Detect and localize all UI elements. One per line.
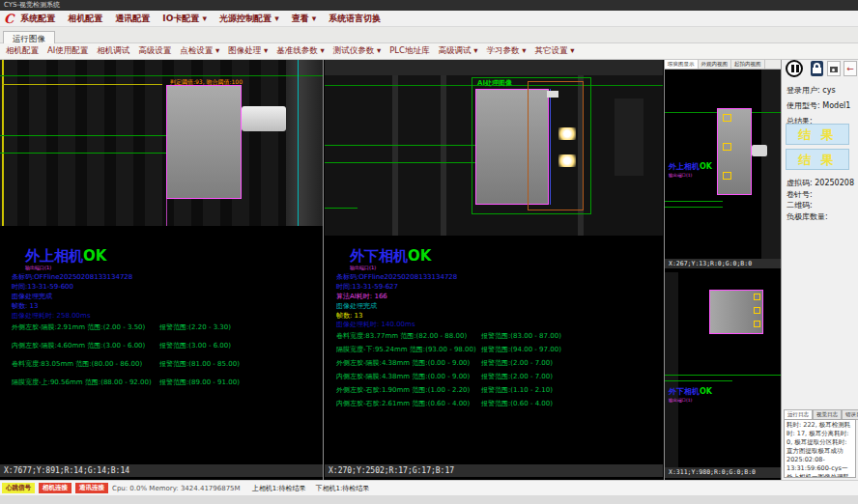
alarm-range-text: 报警范围:(2.00 - 7.00) — [481, 372, 553, 381]
menu-item[interactable]: 光源控制配置 ▾ — [219, 13, 279, 25]
preview-tab[interactable]: 瑕疵图显示 — [665, 60, 699, 69]
menu-items: 系统配置相机配置通讯配置IO卡配置 ▾光源控制配置 ▾查看 ▾系统语言切换 — [20, 13, 393, 25]
measurement-row: 卷料宽度:83.05mm 范围:(80.00 - 86.00) 报警范围:(81… — [0, 359, 323, 378]
toolbar-item[interactable]: 图像处理 ▾ — [228, 45, 268, 57]
login-user-row: 登录用户: cys — [786, 85, 836, 96]
measurement-text: 隔膜宽度-上:90.56mm 范围:(88.00 - 92.00) — [12, 378, 152, 387]
log-output[interactable]: 耗时: 222, 极耳检测耗时: 17, 极耳分离耗时: 0, 极耳提取分区耗时… — [784, 419, 856, 478]
result-display-upper: 结 果 — [786, 124, 849, 145]
toolbar-item[interactable]: PLC地址库 — [389, 45, 429, 57]
preview-tab[interactable]: 外观内视图 — [699, 60, 732, 69]
gripper-arm — [242, 106, 286, 131]
virtual-code-value: 20250208 — [815, 179, 854, 187]
toolbar-item[interactable]: 学习参数 ▾ — [486, 45, 526, 57]
green-measure-line — [665, 201, 723, 202]
toolbar-item[interactable]: 相机调试 — [97, 45, 129, 57]
view-tab-row: 运行图像 — [0, 27, 858, 43]
ai-time-line: 算法AI耗时: 166 — [336, 292, 387, 301]
camera-button[interactable] — [827, 61, 841, 76]
toolbar-item[interactable]: 基准线参数 ▾ — [276, 45, 324, 57]
menu-item[interactable]: 相机配置 — [68, 13, 102, 25]
camera-image-upper[interactable]: 判定阈值:93, 吻合阈值:100 — [0, 60, 323, 226]
defect-region-box — [528, 81, 584, 210]
camera-image-lower[interactable]: AI处理图像 — [325, 60, 663, 236]
output-port-line: 输出端口(1) — [669, 173, 692, 178]
time-line: 时间:13-31-59-600 — [12, 282, 73, 292]
app-logo-icon: C — [4, 12, 14, 26]
cyan-guide-line — [298, 60, 299, 226]
measurement-row: 内侧左胶-隔膜:4.38mm 范围:(0.00 - 9.00) 报警范围:(2.… — [325, 372, 663, 385]
virtual-code-row: 虚拟码: 20250208 — [786, 178, 854, 188]
tab-marker-box — [754, 321, 760, 327]
measurement-row: 内侧左胶-右胶:2.61mm 范围:(0.60 - 4.00) 报警范围:(0.… — [325, 399, 663, 412]
alarm-range-text: 报警范围:(89.00 - 91.00) — [159, 378, 240, 387]
measurement-text: 卷料宽度:83.77mm 范围:(82.00 - 88.00) — [336, 331, 467, 341]
preview-image-upper[interactable]: 外上相机OK 输出端口(1) — [665, 70, 781, 259]
toolbar-item[interactable]: AI使用配置 — [47, 45, 88, 57]
toolbar-item[interactable]: 高级调试 ▾ — [439, 45, 478, 57]
return-arrow-icon: ← — [846, 64, 854, 73]
panel-divider — [323, 60, 324, 480]
green-measure-line — [0, 153, 166, 154]
toolbar-item[interactable]: 点检设置 ▾ — [180, 45, 219, 57]
toolbar-item[interactable]: 高级设置 — [138, 45, 171, 57]
tab-glow — [558, 154, 576, 167]
toolbar-item[interactable]: 其它设置 ▾ — [534, 45, 574, 57]
green-measure-line — [325, 162, 475, 163]
status-bar: 心跳信号 相机连接 通讯连接 Cpu: 0.0% Memory: 3424.41… — [0, 480, 858, 495]
magenta-guide-line — [166, 199, 167, 226]
menu-item[interactable]: 系统语言切换 — [329, 13, 381, 25]
menu-item[interactable]: IO卡配置 ▾ — [162, 13, 207, 25]
green-measure-line — [665, 207, 723, 208]
pause-icon — [796, 65, 799, 72]
main-area: 判定阈值:93, 吻合阈值:100 外上相机OK 输出端口(1) 条标码:OFF… — [0, 60, 858, 480]
measurement-row: 内侧左胶-隔膜:4.60mm 范围:(3.00 - 6.00) 报警范围:(3.… — [0, 341, 323, 359]
machine-column — [665, 272, 678, 467]
tool-bar: 相机配置AI使用配置相机调试高级设置点检设置 ▾图像处理 ▾基准线参数 ▾测试仪… — [0, 43, 858, 60]
result-ok: OK — [408, 247, 431, 265]
pixel-coords-readout: X:270;Y:2502;R:17;G:17;B:17 — [325, 464, 663, 477]
yellow-guide-line — [2, 84, 162, 85]
camera-name: 外下相机 — [669, 387, 700, 396]
preview-panel-lower: 外下相机OK 输出端口(1) X:311;Y:980;R:0;G:0;B:0 — [665, 272, 781, 480]
model-row: 使用型号: Model1 — [786, 100, 850, 111]
alarm-range-text: 报警范围:(1.10 - 2.10) — [481, 385, 553, 395]
threshold-overlay-label: 判定阈值:93, 吻合阈值:100 — [170, 78, 243, 87]
preview-image-lower[interactable]: 外下相机OK 输出端口(1) — [665, 272, 781, 467]
barcode-line: 条标码:OFFline20250208133134728 — [12, 272, 132, 282]
preview-tabs: 瑕疵图显示外观内视图起拍内视图 — [665, 60, 781, 70]
lower-camera-panel: AI处理图像 外下相机OK 输出端口(1) 条标码:OFFline2025020… — [325, 60, 663, 480]
machine-beam — [325, 60, 663, 75]
menu-item[interactable]: 系统配置 — [20, 13, 55, 25]
toolbar-item[interactable]: 测试仪参数 ▾ — [333, 45, 381, 57]
lock-icon — [813, 68, 821, 73]
camera-name: 外上相机 — [25, 247, 83, 265]
pause-button[interactable] — [786, 60, 803, 77]
toolbar-item[interactable]: 相机配置 — [6, 45, 39, 57]
preview-tab[interactable]: 起拍内视图 — [731, 60, 765, 69]
qr-code-label: 二维码: — [786, 200, 813, 210]
menu-item[interactable]: 查看 ▾ — [292, 13, 317, 25]
tab-marker-box — [723, 172, 731, 180]
tab-marker-box — [754, 294, 760, 300]
camera-result-title: 外下相机OK — [350, 247, 431, 266]
window-footer — [0, 495, 858, 504]
model-value: Model1 — [822, 101, 850, 110]
blue-guide-line — [550, 89, 551, 205]
measurement-text: 内侧左胶-隔膜:4.38mm 范围:(0.00 - 9.00) — [336, 372, 470, 381]
camera-connect-badge: 相机连接 — [39, 483, 72, 493]
product-cell — [166, 85, 242, 199]
return-button[interactable]: ← — [844, 61, 857, 76]
menu-bar: C 系统配置相机配置通讯配置IO卡配置 ▾光源控制配置 ▾查看 ▾系统语言切换 — [0, 11, 858, 27]
measurement-row: 隔膜宽度-下:95.24mm 范围:(93.00 - 98.00) 报警范围:(… — [325, 345, 663, 358]
result-ok: OK — [83, 247, 106, 265]
result-display-lower: 结 果 — [786, 149, 849, 170]
alarm-range-text: 报警范围:(2.20 - 3.30) — [159, 322, 231, 332]
measurement-text: 隔膜宽度-下:95.24mm 范围:(93.00 - 98.00) — [336, 345, 476, 354]
menu-item[interactable]: 通讯配置 — [115, 13, 150, 25]
lock-button[interactable] — [811, 61, 823, 76]
alarm-range-text: 报警范围:(0.60 - 4.00) — [481, 399, 553, 408]
login-user-label: 登录用户: — [786, 86, 820, 95]
green-measure-line — [665, 380, 732, 381]
title-bar[interactable]: CYS-视觉检测系统 — [0, 0, 858, 11]
